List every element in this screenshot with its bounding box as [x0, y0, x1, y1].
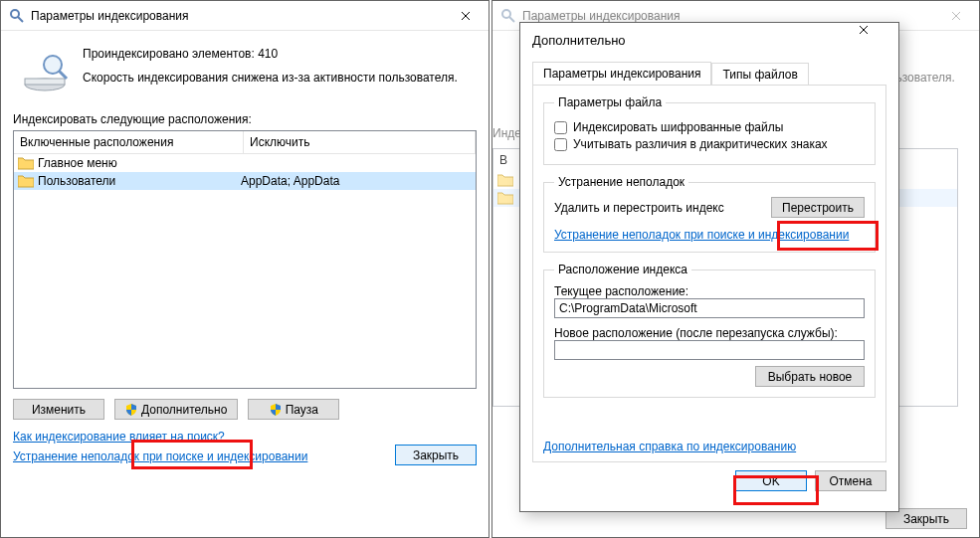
- checkbox-input[interactable]: [554, 138, 567, 151]
- tab-indexing-params[interactable]: Параметры индексирования: [532, 62, 711, 85]
- pause-button[interactable]: Пауза: [248, 399, 339, 420]
- svg-rect-3: [25, 79, 65, 85]
- item-exclude: AppData; AppData: [237, 174, 339, 188]
- locations-label: Индексировать следующие расположения:: [13, 112, 477, 126]
- dialog-title: Дополнительно: [532, 33, 859, 48]
- current-location-field[interactable]: [554, 298, 865, 318]
- advanced-button[interactable]: Дополнительно: [114, 399, 238, 420]
- new-location-label: Новое расположение (после перезапуска сл…: [554, 326, 865, 340]
- checkbox-diacritics[interactable]: Учитывать различия в диакритических знак…: [554, 137, 865, 151]
- indexed-count: Проиндексировано элементов: 410: [13, 47, 477, 61]
- rebuild-button[interactable]: Перестроить: [771, 197, 865, 218]
- group-label: Расположение индекса: [554, 263, 691, 276]
- checkbox-encrypted[interactable]: Индексировать шифрованные файлы: [554, 120, 865, 134]
- search-drive-icon: [500, 8, 516, 24]
- list-item[interactable]: Главное меню: [14, 154, 476, 172]
- indexing-options-window: Параметры индексирования Проиндексирован…: [0, 0, 490, 538]
- group-index-location: Расположение индекса Текущее расположени…: [543, 263, 876, 398]
- list-header: Включенные расположения Исключить: [14, 131, 476, 154]
- svg-line-1: [18, 17, 23, 22]
- tabstrip: Параметры индексирования Типы файлов: [532, 62, 898, 85]
- col-exclude[interactable]: Исключить: [244, 131, 476, 153]
- locations-list[interactable]: Включенные расположения Исключить Главно…: [13, 130, 477, 389]
- modify-button[interactable]: Изменить: [13, 399, 104, 420]
- shield-icon: [125, 404, 137, 416]
- group-troubleshoot: Устранение неполадок Удалить и перестрои…: [543, 175, 876, 253]
- close-button[interactable]: [859, 24, 898, 56]
- group-label: Устранение неполадок: [554, 175, 688, 189]
- ok-button[interactable]: OK: [735, 470, 807, 491]
- link-how-affects[interactable]: Как индексирование влияет на поиск?: [13, 430, 225, 444]
- window-title: Параметры индексирования: [522, 9, 933, 23]
- advanced-dialog: Дополнительно Параметры индексирования Т…: [519, 22, 899, 512]
- speed-note: Скорость индексирования снижена из-за ак…: [13, 71, 477, 85]
- search-drive-icon: [9, 8, 25, 24]
- close-button[interactable]: [933, 1, 979, 30]
- group-file-params: Параметры файла Индексировать шифрованны…: [543, 95, 876, 165]
- choose-new-button[interactable]: Выбрать новое: [755, 366, 865, 387]
- list-item[interactable]: Пользователи AppData; AppData: [14, 172, 476, 190]
- checkbox-input[interactable]: [554, 121, 567, 134]
- folder-icon: [18, 174, 34, 188]
- link-more-help[interactable]: Дополнительная справка по индексированию: [543, 440, 796, 453]
- col-included[interactable]: Включенные расположения: [14, 131, 244, 153]
- titlebar: Дополнительно: [520, 23, 898, 58]
- group-label: Параметры файла: [554, 95, 666, 109]
- close-button[interactable]: [443, 1, 489, 30]
- svg-line-5: [59, 71, 67, 79]
- svg-line-7: [509, 17, 514, 22]
- svg-point-0: [11, 10, 19, 18]
- window-title: Параметры индексирования: [31, 9, 443, 23]
- link-troubleshoot[interactable]: Устранение неполадок при поиске и индекс…: [13, 449, 307, 463]
- status-block: Проиндексировано элементов: 410 Скорость…: [13, 47, 477, 85]
- shield-icon: [270, 404, 282, 416]
- drive-search-icon: [21, 47, 69, 94]
- current-location-label: Текущее расположение:: [554, 284, 865, 298]
- folder-icon: [18, 156, 34, 170]
- item-name: Пользователи: [38, 174, 115, 188]
- rebuild-label: Удалить и перестроить индекс: [554, 201, 724, 215]
- link-troubleshoot[interactable]: Устранение неполадок при поиске и индекс…: [554, 228, 849, 242]
- tab-file-types[interactable]: Типы файлов: [711, 63, 808, 86]
- svg-point-6: [502, 10, 510, 18]
- titlebar: Параметры индексирования: [1, 1, 489, 31]
- item-name: Главное меню: [38, 156, 117, 170]
- cancel-button[interactable]: Отмена: [815, 470, 886, 491]
- tab-page: Параметры файла Индексировать шифрованны…: [532, 85, 886, 462]
- close-dialog-button[interactable]: Закрыть: [395, 445, 477, 465]
- new-location-field[interactable]: [554, 340, 865, 360]
